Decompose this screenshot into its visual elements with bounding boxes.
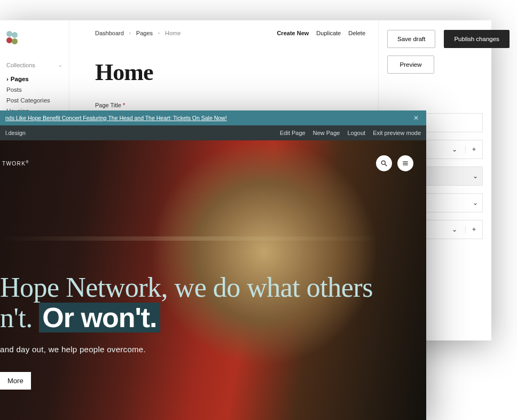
chevron-right-icon: ›	[158, 30, 160, 36]
save-draft-button[interactable]: Save draft	[387, 30, 435, 48]
sidebar-item-pages[interactable]: Pages	[6, 74, 62, 84]
preview-admin-bar: l.design Edit Page New Page Logout Exit …	[0, 125, 426, 140]
duplicate-button[interactable]: Duplicate	[316, 30, 341, 36]
logout-link[interactable]: Logout	[347, 130, 365, 136]
create-new-button[interactable]: Create New	[277, 30, 309, 36]
brand-wordmark: TWORK®	[0, 160, 29, 167]
close-icon[interactable]: ✕	[411, 114, 421, 122]
plus-icon[interactable]: +	[465, 146, 478, 153]
chevron-down-icon: ⌄	[473, 199, 478, 207]
exit-preview-link[interactable]: Exit preview mode	[373, 130, 421, 136]
breadcrumb-current: Home	[165, 30, 181, 36]
menu-button[interactable]	[397, 155, 413, 171]
edit-page-link[interactable]: Edit Page	[280, 130, 306, 136]
preview-button[interactable]: Preview	[387, 56, 434, 74]
sidebar-item-posts[interactable]: Posts	[6, 84, 62, 95]
chevron-right-icon: ›	[129, 30, 131, 36]
menu-icon	[402, 160, 409, 167]
new-page-link[interactable]: New Page	[313, 130, 340, 136]
sidebar-item-post-categories[interactable]: Post Categories	[6, 95, 62, 106]
app-logo	[6, 31, 19, 44]
collections-label: Collections	[6, 62, 35, 68]
chevron-down-icon: ⌄	[473, 172, 478, 180]
hero-cta-button[interactable]: More	[0, 372, 31, 390]
hero-headline: Hope Network, we do what others n't. Or …	[0, 273, 405, 333]
announcement-link[interactable]: nds Like Hope Benefit Concert Featuring …	[5, 115, 227, 121]
hero-subhead: and day out, we help people overcome.	[0, 345, 405, 354]
breadcrumb-root[interactable]: Dashboard	[95, 30, 124, 36]
svg-line-1	[385, 164, 387, 167]
chevron-down-icon: ⌄	[448, 226, 461, 233]
delete-button[interactable]: Delete	[348, 30, 365, 36]
publish-changes-button[interactable]: Publish changes	[444, 30, 509, 48]
collections-header[interactable]: Collections ⌄	[6, 62, 62, 68]
chevron-down-icon: ⌄	[448, 146, 461, 153]
search-icon	[380, 160, 388, 167]
announcement-bar: nds Like Hope Benefit Concert Featuring …	[0, 110, 426, 125]
page-title: Home	[95, 59, 352, 86]
search-button[interactable]	[376, 155, 392, 171]
plus-icon[interactable]: +	[465, 226, 478, 233]
page-actions: Create New Duplicate Delete	[277, 30, 365, 36]
svg-point-0	[381, 161, 385, 164]
breadcrumb-section[interactable]: Pages	[136, 30, 153, 36]
sidebar-nav: Pages Posts Post Categories Housing	[6, 74, 62, 116]
page-title-field-label: Page Title *	[95, 102, 352, 108]
site-preview-window: nds Like Hope Benefit Concert Featuring …	[0, 110, 426, 420]
chevron-down-icon: ⌄	[58, 62, 62, 68]
admin-domain-label: l.design	[5, 130, 26, 136]
hero-section: TWORK® Hope Network, we do what others n…	[0, 140, 426, 420]
